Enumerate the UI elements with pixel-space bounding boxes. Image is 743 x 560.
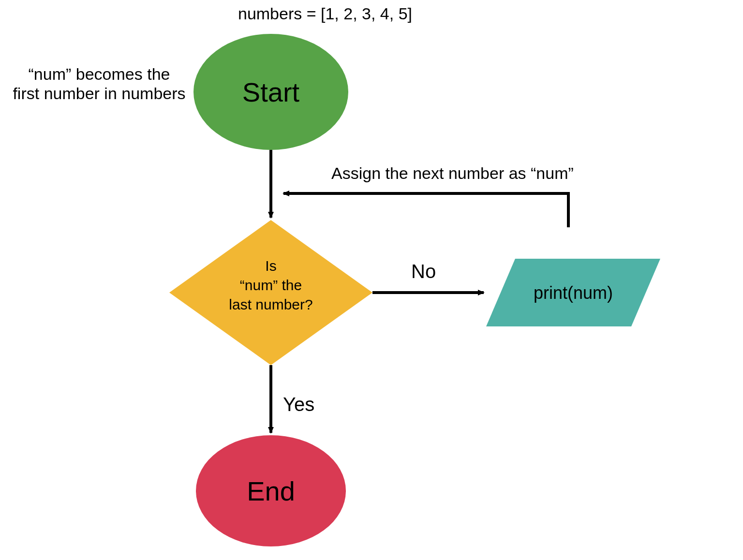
first-assign-text-line2: first number in numbers — [13, 84, 185, 103]
start-node: Start — [193, 34, 348, 150]
edge-yes-label: Yes — [283, 394, 314, 415]
end-node-label: End — [247, 476, 295, 506]
decision-node-label-l1: Is — [265, 258, 276, 274]
loop-assign-text: Assign the next number as “num” — [331, 164, 574, 182]
flowchart-canvas: numbers = [1, 2, 3, 4, 5] “num” becomes … — [0, 0, 743, 560]
start-node-label: Start — [242, 77, 300, 107]
first-assign-text-line1: “num” becomes the — [29, 65, 170, 83]
process-node-label: print(num) — [534, 283, 613, 303]
decision-node-label-l2: “num” the — [240, 277, 302, 293]
edge-loop-back — [283, 193, 568, 227]
decision-node-label-l3: last number? — [229, 296, 312, 312]
end-node: End — [196, 435, 346, 546]
decision-node: Is “num” the last number? — [169, 220, 372, 365]
process-node: print(num) — [486, 259, 660, 326]
edge-no-label: No — [411, 261, 436, 282]
numbers-declaration-text: numbers = [1, 2, 3, 4, 5] — [238, 4, 412, 23]
